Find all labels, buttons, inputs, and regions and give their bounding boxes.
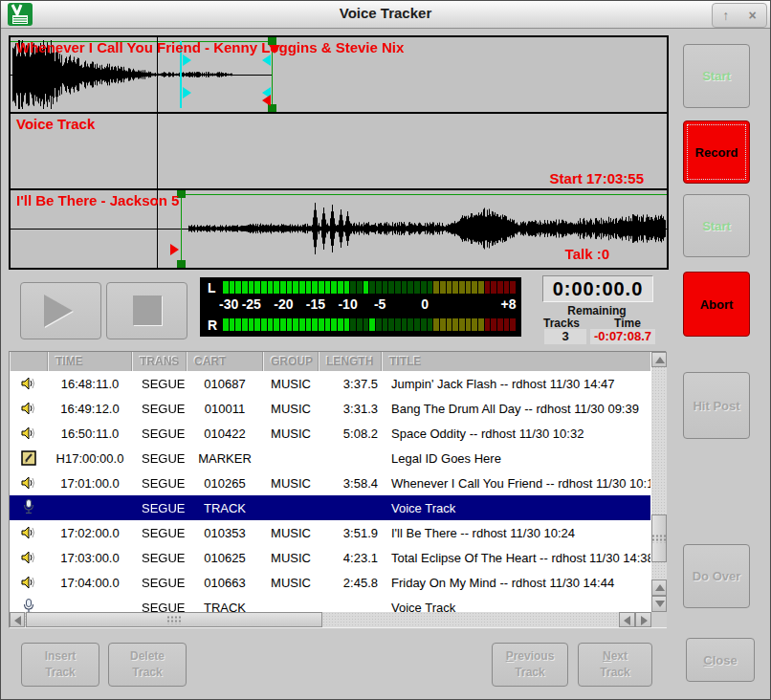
stop-button[interactable] bbox=[106, 282, 187, 339]
row-icon-cell bbox=[10, 473, 48, 493]
log-row[interactable]: H17:00:00.0 SEGUE MARKER Legal ID Goes H… bbox=[10, 446, 650, 470]
scroll-left-button[interactable] bbox=[10, 612, 25, 627]
log-cell-group: MUSIC bbox=[263, 576, 319, 590]
next-track-button[interactable]: Next Track bbox=[578, 643, 652, 687]
scroll-up-button-2[interactable] bbox=[651, 580, 667, 596]
row-icon-cell bbox=[10, 374, 48, 394]
track-2-lane[interactable]: Voice Track Start 17:03:55 bbox=[11, 114, 667, 188]
log-row[interactable]: 17:02:00.0 SEGUE 010353 MUSIC 3:51.9 I'l… bbox=[10, 520, 650, 545]
log-cell-length: 2:45.8 bbox=[319, 576, 382, 590]
log-cell-title: Voice Track bbox=[382, 601, 650, 613]
hit-post-button[interactable]: Hit Post bbox=[683, 372, 750, 439]
horizontal-scrollbar[interactable] bbox=[10, 612, 651, 627]
log-cell-time: H17:00:00.0 bbox=[48, 451, 132, 466]
thumb-grip-icon bbox=[166, 616, 182, 624]
start-marker-handle-icon[interactable] bbox=[177, 260, 186, 268]
segue-marker-right-icon[interactable] bbox=[170, 244, 179, 255]
start-1-button[interactable]: Start bbox=[683, 44, 750, 108]
log-cell-trans: SEGUE bbox=[132, 451, 187, 466]
speaker-icon bbox=[21, 401, 37, 416]
fade-marker-right-icon[interactable] bbox=[183, 87, 191, 98]
log-cell-group: MUSIC bbox=[263, 551, 319, 565]
insert-track-button[interactable]: Insert Track bbox=[21, 643, 99, 687]
log-cell-title: Friday On My Mind -- rdhost 11/30 14:44 bbox=[382, 576, 650, 590]
play-button[interactable] bbox=[20, 282, 101, 339]
speaker-icon bbox=[21, 550, 37, 565]
fade-marker-right-icon[interactable] bbox=[183, 55, 191, 66]
header-icon-col bbox=[10, 352, 48, 371]
log-cell-trans: SEGUE bbox=[132, 551, 187, 565]
scroll-left-button-2[interactable] bbox=[619, 612, 635, 627]
remaining-time-value: -0:07:08.7 bbox=[590, 329, 655, 344]
arrow-right-icon bbox=[641, 616, 648, 625]
track-editor-panel[interactable]: Whenever I Call You Friend - Kenny Loggi… bbox=[9, 35, 669, 270]
vertical-scrollbar[interactable] bbox=[651, 352, 667, 612]
close-button[interactable]: Close bbox=[686, 638, 755, 682]
window-controls: ↑ × bbox=[712, 3, 767, 28]
log-cell-cart: MARKER bbox=[187, 451, 263, 466]
track-3-lane[interactable]: I'll Be There - Jackson 5 Talk :0 bbox=[11, 190, 667, 268]
previous-track-button[interactable]: Previous Track bbox=[492, 643, 568, 687]
vertical-scroll-thumb[interactable] bbox=[651, 514, 667, 562]
log-cell-title: Jumpin' Jack Flash -- rdhost 11/30 14:47 bbox=[382, 377, 650, 391]
header-cart[interactable]: CART bbox=[187, 352, 263, 371]
log-row[interactable]: SEGUE TRACK Voice Track bbox=[10, 595, 650, 612]
start-2-button[interactable]: Start bbox=[683, 194, 750, 257]
meter-left-bar bbox=[223, 281, 516, 294]
log-cell-time: 16:50:11.0 bbox=[48, 427, 132, 441]
audio-level-meter: L -30 -25 -20 -15 -10 -5 0 +8 R bbox=[200, 277, 521, 337]
header-title[interactable]: TITLE bbox=[382, 352, 650, 371]
fade-marker-left-icon[interactable] bbox=[262, 55, 271, 66]
log-row[interactable]: 17:03:00.0 SEGUE 010625 MUSIC 4:23.1 Tot… bbox=[10, 545, 650, 570]
microphone-icon bbox=[23, 599, 34, 612]
speaker-icon bbox=[21, 575, 37, 590]
record-button[interactable]: Record bbox=[683, 120, 750, 184]
abort-button[interactable]: Abort bbox=[683, 272, 750, 337]
log-row[interactable]: 16:48:11.0 SEGUE 010687 MUSIC 3:37.5 Jum… bbox=[10, 371, 650, 396]
row-icon-cell bbox=[10, 548, 48, 568]
track1-title: Whenever I Call You Friend - Kenny Loggi… bbox=[16, 39, 404, 55]
header-trans[interactable]: TRANS bbox=[132, 352, 187, 371]
log-cell-cart: 010625 bbox=[187, 551, 263, 565]
stop-icon bbox=[133, 295, 162, 325]
track3-talk-label: Talk :0 bbox=[565, 246, 609, 262]
remaining-time-label: Time bbox=[602, 317, 653, 330]
log-row[interactable]: 16:50:11.0 SEGUE 010422 MUSIC 5:08.2 Spa… bbox=[10, 421, 650, 446]
track3-start-cursor[interactable] bbox=[181, 194, 182, 264]
scroll-right-button[interactable] bbox=[635, 612, 651, 627]
log-row[interactable]: SEGUE TRACK Voice Track bbox=[10, 495, 650, 520]
log-row[interactable]: 17:04:00.0 SEGUE 010663 MUSIC 2:45.8 Fri… bbox=[10, 570, 650, 595]
row-icon-cell bbox=[10, 497, 48, 518]
delete-track-button[interactable]: Delete Track bbox=[108, 643, 187, 687]
log-row[interactable]: 16:49:12.0 SEGUE 010011 MUSIC 3:31.3 Ban… bbox=[10, 396, 650, 421]
window-title: Voice Tracker bbox=[1, 5, 770, 21]
arrow-left-icon bbox=[14, 616, 21, 625]
log-header[interactable]: TIME TRANS CART GROUP LENGTH TITLE bbox=[10, 352, 650, 371]
segue-marker-left-icon[interactable] bbox=[262, 95, 271, 106]
track-1-lane[interactable]: Whenever I Call You Friend - Kenny Loggi… bbox=[11, 37, 667, 112]
arrow-up-icon bbox=[655, 584, 665, 591]
track2-start-time-label: Start 17:03:55 bbox=[550, 170, 644, 186]
header-length[interactable]: LENGTH bbox=[319, 352, 382, 371]
titlebar[interactable]: Voice Tracker ↑ × bbox=[1, 1, 770, 29]
shade-icon[interactable]: ↑ bbox=[722, 9, 729, 22]
meter-right-label: R bbox=[208, 317, 217, 333]
do-over-button[interactable]: Do Over bbox=[683, 544, 750, 608]
log-cell-trans: SEGUE bbox=[132, 402, 187, 416]
log-row[interactable]: 17:01:00.0 SEGUE 010265 MUSIC 3:58.4 Whe… bbox=[10, 470, 650, 495]
log-cell-title: Bang The Drum All Day -- rdhost 11/30 09… bbox=[382, 402, 650, 416]
log-cell-cart: 010687 bbox=[187, 377, 263, 391]
horizontal-scroll-thumb[interactable] bbox=[26, 612, 322, 627]
arrow-up-icon bbox=[655, 357, 665, 363]
header-time[interactable]: TIME bbox=[48, 352, 132, 371]
close-icon[interactable]: × bbox=[749, 9, 757, 22]
scroll-down-button[interactable] bbox=[651, 596, 667, 612]
scroll-up-button[interactable] bbox=[651, 352, 667, 367]
row-icon-cell bbox=[10, 399, 48, 419]
log-cell-length: 3:37.5 bbox=[319, 377, 382, 391]
log-cell-time: 16:48:11.0 bbox=[48, 377, 132, 391]
header-group[interactable]: GROUP bbox=[263, 352, 319, 371]
thumb-grip-icon bbox=[651, 535, 667, 543]
log-cell-cart: TRACK bbox=[187, 601, 263, 613]
log-cell-length: 3:31.3 bbox=[319, 402, 382, 416]
